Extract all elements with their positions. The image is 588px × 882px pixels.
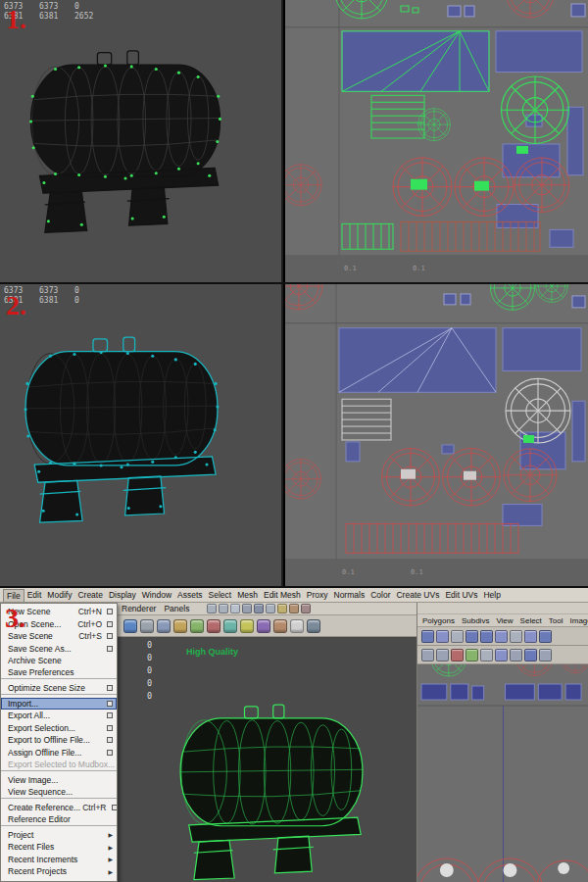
file-menu-item-export-selected-to-mudbox[interactable]: Export Selected to Mudbox... ▶	[1, 759, 117, 771]
file-menu-item-import[interactable]: Import... ▶	[1, 698, 117, 710]
uv-cut-icon[interactable]	[510, 630, 522, 643]
file-menu-item-export-to-offline-file[interactable]: Export to Offline File... ▶	[1, 734, 117, 747]
menu-display[interactable]: Display	[106, 589, 139, 601]
menu-edit[interactable]: Edit	[24, 589, 45, 601]
menu-window[interactable]: Window	[139, 589, 174, 601]
file-menu-item-recent-increments[interactable]: Recent Increments ▶	[1, 854, 117, 866]
tank-model-wireframe[interactable]	[0, 33, 257, 243]
uv-snapshot-icon[interactable]	[524, 649, 537, 662]
menu-create[interactable]: Create	[74, 589, 106, 601]
render-settings-icon[interactable]	[301, 604, 311, 613]
uv-snap-icon[interactable]	[421, 649, 434, 662]
snap-view-plane-icon[interactable]	[242, 604, 252, 613]
poly-cone-icon[interactable]	[173, 619, 187, 633]
uv-move-shell-icon[interactable]	[436, 630, 449, 643]
file-menu-item-optimize-scene-size[interactable]: Optimize Scene Size ▶	[1, 682, 117, 695]
option-box-icon[interactable]	[107, 621, 113, 627]
option-box-icon[interactable]	[107, 633, 113, 639]
poly-pyramid-icon[interactable]	[240, 619, 254, 633]
option-box-icon[interactable]	[107, 609, 113, 614]
uv-shell-green-wheel-small[interactable]	[418, 109, 451, 141]
file-menu-item-reference-editor[interactable]: Reference Editor ▶	[1, 813, 117, 826]
ipr-render-icon[interactable]	[289, 604, 299, 613]
file-menu-item-export-all[interactable]: Export All... ▶	[1, 710, 117, 722]
option-box-icon[interactable]	[107, 737, 113, 743]
poly-pipe-icon[interactable]	[257, 619, 270, 633]
poly-cylinder-icon[interactable]	[157, 619, 171, 633]
menu-help[interactable]: Help	[480, 589, 503, 601]
uv-flip-v-icon[interactable]	[480, 630, 493, 643]
menu-modify[interactable]: Modify	[44, 589, 74, 601]
panel-menu-renderer[interactable]: Renderer	[122, 604, 156, 613]
file-menu-item-create-reference[interactable]: Create Reference... Ctrl+R ▶	[1, 802, 117, 814]
uv-shell-gray-wheel-large[interactable]	[506, 378, 570, 443]
uv-selected-green-face[interactable]	[523, 435, 534, 443]
option-box-icon[interactable]	[107, 685, 113, 691]
menu-create-uvs[interactable]: Create UVs	[393, 589, 442, 601]
poly-helix-icon[interactable]	[273, 619, 287, 633]
uv-isolate-select-icon[interactable]	[451, 649, 464, 662]
uvmenu-view[interactable]: View	[494, 616, 514, 625]
snap-curve-icon[interactable]	[219, 604, 228, 613]
uv-shell-green-wheel-large[interactable]	[502, 76, 569, 144]
file-menu-item-view-image[interactable]: View Image... ▶	[1, 774, 117, 787]
file-menu-item-save-scene-as[interactable]: Save Scene As... ▶	[1, 643, 117, 656]
option-box-icon[interactable]	[107, 725, 113, 731]
perspective-viewport-3[interactable]: High Quality 00000	[118, 637, 416, 882]
uv-tile-display-icon[interactable]	[539, 649, 552, 662]
file-menu-item-recent-projects[interactable]: Recent Projects ▶	[1, 865, 117, 878]
uv-texture-editor-1[interactable]: 0.1 0.1	[285, 0, 588, 282]
uv-shell-blue-body[interactable]	[342, 31, 489, 92]
file-menu-item-view-sequence[interactable]: View Sequence... ▶	[1, 786, 117, 799]
menu-color[interactable]: Color	[368, 589, 393, 601]
uvmenu-polygons[interactable]: Polygons	[420, 616, 457, 625]
uv-lattice-tool-icon[interactable]	[451, 630, 464, 643]
uv-layout-icon[interactable]	[539, 630, 552, 643]
file-menu-item-save-preferences[interactable]: Save Preferences ▶	[1, 667, 117, 680]
file-menu-item-project[interactable]: Project ▶	[1, 829, 117, 842]
construction-history-icon[interactable]	[266, 604, 275, 613]
poly-torus-icon[interactable]	[207, 619, 220, 633]
uv-align-icon[interactable]	[436, 649, 449, 662]
uv-texture-toggle-icon[interactable]	[466, 649, 478, 662]
poly-soccer-ball-icon[interactable]	[290, 619, 304, 633]
uv-rotate-icon[interactable]	[495, 630, 508, 643]
file-menu-item-archive-scene[interactable]: Archive Scene ▶	[1, 655, 117, 667]
tank-model-wireframe[interactable]	[0, 319, 255, 533]
file-menu-item-export-selection[interactable]: Export Selection... ▶	[1, 722, 117, 735]
poly-prism-icon[interactable]	[223, 619, 237, 633]
menu-file[interactable]: File	[3, 589, 24, 602]
perspective-viewport-1[interactable]: 637363730 638163812652	[0, 0, 283, 282]
menu-select[interactable]: Select	[206, 589, 235, 601]
sculpt-geometry-tool-icon[interactable]	[307, 619, 320, 633]
perspective-viewport-2[interactable]: 637363730 638163810	[0, 284, 283, 586]
uvmenu-tool[interactable]: Tool	[547, 616, 565, 625]
uvmenu-select[interactable]: Select	[518, 616, 544, 625]
uv-shell-red-wheel-3[interactable]	[504, 449, 557, 502]
tank-model-wireframe-selected[interactable]	[145, 688, 398, 882]
poly-cube-icon[interactable]	[140, 619, 154, 633]
render-current-frame-icon[interactable]	[277, 604, 287, 613]
make-live-icon[interactable]	[254, 604, 264, 613]
uv-editor-canvas[interactable]	[417, 664, 588, 882]
uv-shell-blue-body[interactable]	[339, 328, 496, 393]
menu-normals[interactable]: Normals	[331, 589, 368, 601]
option-box-icon[interactable]	[107, 701, 113, 707]
menu-edit-uvs[interactable]: Edit UVs	[442, 589, 480, 601]
uvmenu-image[interactable]: Image	[568, 616, 588, 625]
uv-dim-image-icon[interactable]	[480, 649, 493, 662]
option-box-icon[interactable]	[107, 750, 113, 756]
uv-select-icon[interactable]	[421, 630, 434, 643]
uv-layout-3[interactable]	[417, 664, 588, 882]
snap-grid-icon[interactable]	[207, 604, 217, 613]
uv-layout-1[interactable]: 0.1 0.1	[285, 0, 588, 282]
uv-pixel-snap-icon[interactable]	[510, 649, 522, 662]
option-box-icon[interactable]	[107, 712, 113, 718]
poly-plane-icon[interactable]	[190, 619, 204, 633]
file-menu-item-recent-files[interactable]: Recent Files ▶	[1, 841, 117, 854]
menu-edit-mesh[interactable]: Edit Mesh	[261, 589, 304, 601]
uvmenu-subdivs[interactable]: Subdivs	[460, 616, 491, 625]
uv-shell-red-wheel-3[interactable]	[514, 158, 569, 212]
uv-texture-editor-2[interactable]: 0.1 0.1	[285, 284, 588, 586]
panel-menu-panels[interactable]: Panels	[164, 604, 189, 613]
